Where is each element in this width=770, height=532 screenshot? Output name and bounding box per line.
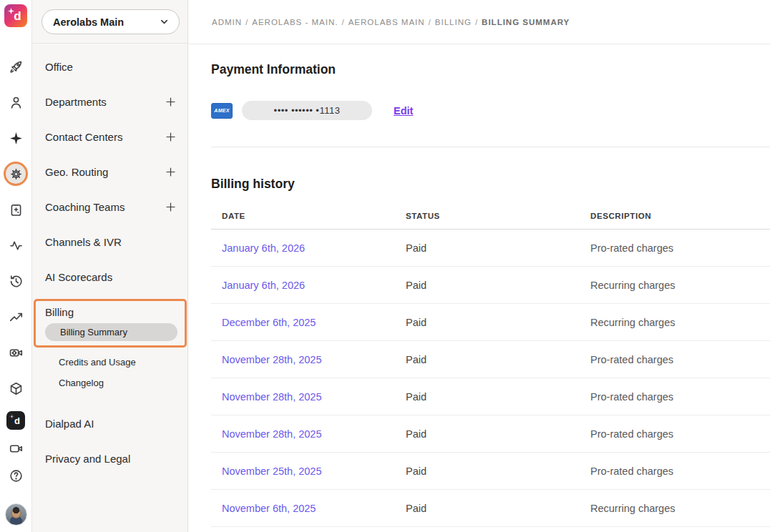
invoice-date-link[interactable]: January 6th, 2026 (222, 280, 406, 291)
activity-pulse-icon[interactable] (0, 227, 32, 263)
sidebar-item-privacy-and-legal[interactable]: Privacy and Legal (32, 441, 187, 476)
breadcrumb-separator: / (341, 18, 344, 26)
sidebar-item-ai-scorecards[interactable]: AI Scorecards (32, 260, 187, 295)
video-camera-icon[interactable] (0, 435, 32, 462)
sidebar-nav: Office Departments Contact Centers Geo. … (32, 44, 187, 532)
sparkle-ai-icon[interactable] (0, 120, 32, 156)
sidebar-item-billing[interactable]: Billing (36, 301, 185, 322)
payment-information-title: Payment Information (211, 62, 770, 77)
description-cell: Recurring charges (590, 280, 770, 291)
table-row: November 25th, 2025 Paid Pro-rated charg… (211, 453, 770, 490)
dialpad-ai-badge-tile: d (6, 411, 25, 430)
dialpad-ai-badge[interactable]: d (0, 406, 32, 435)
table-row: November 28th, 2025 Paid Pro-rated charg… (211, 415, 770, 453)
status-cell: Paid (406, 428, 590, 440)
sparkle-glyph (8, 8, 14, 14)
breadcrumb: ADMIN/AEROLABS - MAIN./AEROLABS MAIN/BIL… (212, 18, 570, 26)
sidebar-item-departments[interactable]: Departments (32, 84, 187, 119)
table-row: January 6th, 2026 Paid Recurring charges (211, 267, 770, 304)
edit-payment-link[interactable]: Edit (394, 105, 413, 117)
sidebar-item-coaching-teams[interactable]: Coaching Teams (32, 189, 187, 225)
invoice-date-link[interactable]: November 25th, 2025 (222, 466, 406, 477)
sidebar-footer-group: Dialpad AI Privacy and Legal (32, 406, 187, 476)
sidebar-item-geo-routing[interactable]: Geo. Routing (32, 154, 187, 189)
breadcrumb-separator: / (475, 18, 478, 26)
breadcrumb-aerolabs-main-dot[interactable]: AEROLABS - MAIN. (252, 18, 338, 26)
column-header-status: STATUS (406, 212, 590, 220)
invoice-date-link[interactable]: January 6th, 2026 (222, 242, 406, 254)
users-icon[interactable] (0, 84, 32, 120)
invoice-date-link[interactable]: November 6th, 2025 (222, 503, 406, 514)
meeting-camera-gear-icon[interactable] (0, 335, 32, 370)
invoice-date-link[interactable]: November 28th, 2025 (222, 354, 406, 365)
table-row: November 6th, 2025 Paid Recurring charge… (211, 490, 770, 527)
admin-sidebar: Aerolabs Main Office Departments Contact… (32, 0, 188, 532)
invoice-date-link[interactable]: November 28th, 2025 (222, 391, 406, 403)
topbar: ADMIN/AEROLABS - MAIN./AEROLABS MAIN/BIL… (188, 0, 770, 44)
status-cell: Paid (406, 317, 590, 328)
table-row: December 6th, 2025 Paid Recurring charge… (211, 304, 770, 341)
history-clock-icon[interactable] (0, 263, 32, 299)
launch-rocket-icon[interactable] (0, 49, 32, 84)
description-cell: Recurring charges (590, 317, 770, 328)
breadcrumb-admin[interactable]: ADMIN (212, 18, 242, 26)
description-cell: Pro-rated charges (590, 428, 770, 440)
coaching-clipboard-icon[interactable] (0, 192, 32, 227)
table-row: November 28th, 2025 Paid Pro-rated charg… (211, 378, 770, 415)
sidebar-item-credits-and-usage[interactable]: Credits and Usage (32, 352, 187, 373)
status-cell: Paid (406, 280, 590, 291)
sidebar-item-office[interactable]: Office (32, 49, 187, 84)
chevron-down-icon (159, 16, 170, 27)
billing-history-title: Billing history (211, 177, 770, 192)
status-cell: Paid (406, 354, 590, 365)
description-cell: Pro-rated charges (590, 391, 770, 403)
invoice-date-link[interactable]: November 28th, 2025 (222, 428, 406, 440)
add-contact-center-icon[interactable] (165, 131, 177, 143)
sidebar-item-dialpad-ai[interactable]: Dialpad AI (32, 406, 187, 441)
billing-history-table: DATE STATUS DESCRIPTION January 6th, 202… (211, 203, 770, 527)
icon-rail: d (0, 0, 32, 532)
user-avatar[interactable] (5, 503, 27, 526)
logo-letter: d (14, 9, 21, 24)
description-cell: Pro-rated charges (590, 466, 770, 477)
status-cell: Paid (406, 466, 590, 477)
section-divider (211, 147, 770, 147)
dialpad-logo[interactable]: d (4, 4, 27, 27)
column-header-date: DATE (222, 212, 406, 220)
breadcrumb-billing[interactable]: BILLING (435, 18, 472, 26)
integrations-cube-icon[interactable] (0, 370, 32, 406)
settings-active-ring (4, 162, 28, 186)
add-department-icon[interactable] (165, 96, 177, 108)
app-window: d (0, 0, 770, 532)
add-coaching-team-icon[interactable] (165, 201, 177, 213)
amex-card-logo: AMEX (211, 103, 233, 119)
workspace-switcher-label: Aerolabs Main (53, 16, 124, 28)
workspace-switcher[interactable]: Aerolabs Main (42, 9, 180, 34)
status-cell: Paid (406, 242, 590, 254)
settings-gear-icon[interactable] (0, 156, 32, 192)
sparkle-glyph (9, 414, 14, 419)
add-geo-routing-icon[interactable] (165, 166, 177, 178)
breadcrumb-separator: / (429, 18, 432, 26)
description-cell: Pro-rated charges (590, 242, 770, 254)
help-icon[interactable] (0, 462, 32, 489)
invoice-date-link[interactable]: December 6th, 2025 (222, 317, 406, 328)
sidebar-item-contact-centers[interactable]: Contact Centers (32, 119, 187, 154)
status-cell: Paid (406, 503, 590, 514)
breadcrumb-aerolabs-main[interactable]: AEROLABS MAIN (349, 18, 425, 26)
breadcrumb-separator: / (245, 18, 248, 26)
table-row: November 28th, 2025 Paid Pro-rated charg… (211, 341, 770, 378)
payment-card-row: AMEX •••• •••••• •1113 Edit (211, 101, 770, 120)
card-number-masked: •••• •••••• •1113 (242, 101, 372, 120)
sidebar-item-changelog[interactable]: Changelog (32, 373, 187, 393)
sidebar-header: Aerolabs Main (32, 0, 187, 44)
badge-letter: d (14, 415, 20, 426)
column-header-description: DESCRIPTION (590, 212, 770, 220)
billing-annotation-box: Billing Billing Summary (34, 299, 187, 348)
description-cell: Pro-rated charges (590, 354, 770, 365)
description-cell: Recurring charges (590, 503, 770, 514)
trending-up-icon[interactable] (0, 299, 32, 335)
sidebar-item-billing-summary[interactable]: Billing Summary (45, 323, 177, 341)
breadcrumb-billing-summary: BILLING SUMMARY (482, 18, 570, 26)
sidebar-item-channels-ivr[interactable]: Channels & IVR (32, 225, 187, 260)
